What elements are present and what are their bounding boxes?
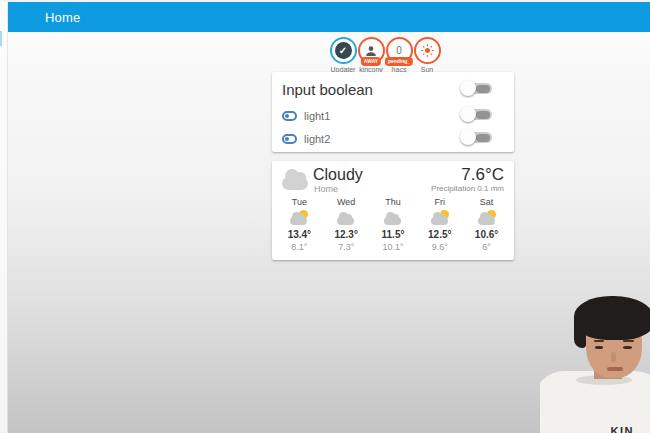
forecast-day-tue: Tue 13.4° 8.1°	[276, 197, 323, 252]
card-title: Input boolean	[282, 81, 373, 98]
light2-toggle[interactable]	[460, 129, 492, 145]
browser-left-strip	[0, 2, 8, 433]
person-mouth	[607, 367, 623, 371]
sun-badge-circle[interactable]	[414, 37, 441, 64]
forecast-high: 12.5°	[428, 229, 451, 240]
updater-badge-circle[interactable]: ✓	[330, 37, 357, 64]
badge-hacs[interactable]: 0 pending_ hacs	[385, 37, 413, 73]
forecast-day-thu: Thu 11.5° 10.1°	[370, 197, 417, 252]
person-hair	[574, 296, 650, 340]
group-toggle[interactable]	[460, 80, 492, 96]
sun-icon	[420, 43, 435, 58]
forecast-day-label: Sat	[480, 197, 494, 207]
forecast-low: 6°	[482, 242, 491, 252]
weather-card[interactable]: Cloudy Home 7.6°C Precipitation 0.1 mm T…	[272, 161, 514, 260]
badge-row: ✓ Updater AWAY kincony 0 pending_ hacs S…	[329, 37, 441, 73]
forecast-high: 13.4°	[288, 229, 311, 240]
shirt-logo-text: KIN	[611, 425, 634, 433]
forecast-day-label: Wed	[337, 197, 355, 207]
forecast-day-sat: Sat 10.6° 6°	[463, 197, 510, 252]
forecast-high: 11.5°	[382, 229, 405, 240]
forecast-low: 8.1°	[291, 242, 307, 252]
forecast-day-wed: Wed 12.3° 7.3°	[323, 197, 370, 252]
cloudy-icon	[282, 177, 308, 190]
toggle-switch-icon	[282, 134, 297, 144]
badge-updater[interactable]: ✓ Updater	[329, 37, 357, 73]
weather-location: Home	[314, 184, 338, 194]
app-header: Home	[8, 2, 650, 32]
weather-condition: Cloudy	[313, 166, 363, 184]
partly-cloudy-icon	[288, 210, 310, 226]
home-assistant-screen: Home ✓ Updater AWAY kincony 0 pending_ h…	[0, 0, 650, 433]
weather-precipitation: Precipitation 0.1 mm	[431, 184, 504, 193]
person-eye	[595, 346, 603, 349]
webcam-overlay: KIN	[540, 296, 650, 433]
partly-cloudy-icon	[429, 210, 451, 226]
person-eye	[623, 346, 632, 349]
partly-cloudy-icon	[476, 210, 498, 226]
forecast-low: 10.1°	[382, 242, 403, 252]
weather-temperature: 7.6°C	[461, 165, 504, 185]
badge-sun[interactable]: Sun	[413, 37, 441, 73]
hacs-count: 0	[396, 45, 402, 56]
cloudy-icon	[382, 210, 404, 226]
forecast-row: Tue 13.4° 8.1° Wed 12.3° 7.3° Thu 11.5° …	[276, 197, 510, 252]
forecast-low: 7.3°	[338, 242, 354, 252]
forecast-high: 10.6°	[475, 229, 498, 240]
entity-label-light1: light1	[304, 110, 330, 122]
forecast-day-label: Tue	[292, 197, 307, 207]
forecast-day-fri: Fri 12.5° 9.6°	[416, 197, 463, 252]
person-icon	[364, 44, 378, 58]
page-title: Home	[8, 10, 80, 25]
pending-status-pill: pending_	[385, 57, 413, 66]
person-nose	[611, 352, 616, 362]
check-circle-icon: ✓	[335, 42, 352, 59]
input-boolean-card: Input boolean light1 light2	[272, 72, 514, 152]
away-status-pill: AWAY	[361, 57, 381, 66]
badge-kincony[interactable]: AWAY kincony	[357, 37, 385, 73]
forecast-day-label: Fri	[435, 197, 446, 207]
forecast-high: 12.3°	[334, 229, 357, 240]
person-eyebrow	[594, 340, 604, 342]
forecast-day-label: Thu	[385, 197, 401, 207]
forecast-low: 9.6°	[432, 242, 448, 252]
cloudy-icon	[335, 210, 357, 226]
light1-toggle[interactable]	[460, 106, 492, 122]
person-eyebrow	[623, 340, 634, 342]
toggle-switch-icon	[282, 111, 297, 121]
browser-left-accent	[0, 31, 2, 46]
entity-label-light2: light2	[304, 133, 330, 145]
